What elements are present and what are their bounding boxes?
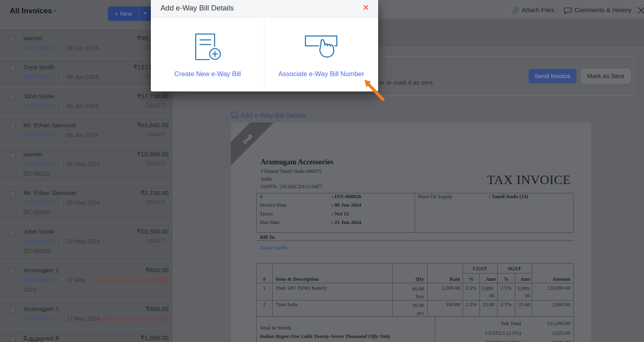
svg-text:e: e — [233, 112, 235, 116]
